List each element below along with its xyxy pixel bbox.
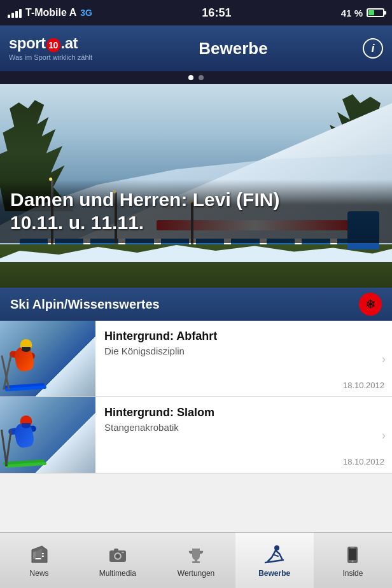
news-icon — [28, 543, 51, 566]
tab-wertungen[interactable]: Wertungen — [157, 533, 235, 588]
svg-rect-5 — [114, 549, 118, 552]
list-item-content-1: Hintergrund: Abfahrt Die Königsdisziplin… — [95, 321, 392, 396]
tab-wertungen-label: Wertungen — [178, 569, 214, 578]
snowflake-icon: ❄ — [359, 293, 382, 316]
tab-bewerbe-label: Bewerbe — [258, 569, 290, 578]
status-bar: T-Mobile A 3G 16:51 41 % — [0, 0, 392, 25]
status-right: 41 % — [341, 8, 384, 18]
tab-inside[interactable]: Inside — [314, 533, 392, 588]
skier-icon — [263, 543, 286, 566]
section-header: Ski Alpin/Wissenswertes ❄ — [0, 288, 392, 321]
svg-point-12 — [352, 560, 354, 562]
svg-rect-13 — [351, 547, 354, 549]
info-button[interactable]: i — [363, 38, 383, 59]
trophy-icon — [185, 543, 207, 566]
phone-icon — [341, 543, 364, 566]
list-item-content-2: Hintergrund: Slalom Stangenakrobatik 18.… — [95, 397, 392, 473]
content-list: Hintergrund: Abfahrt Die Königsdisziplin… — [0, 321, 392, 473]
logo-subtitle: Was im Sport wirklich zählt — [9, 53, 92, 61]
svg-rect-7 — [195, 559, 197, 561]
status-left: T-Mobile A 3G — [8, 7, 92, 18]
list-item-subtitle-1: Die Königsdisziplin — [104, 346, 383, 356]
network-label: 3G — [80, 8, 92, 18]
list-item-title-2: Hintergrund: Slalom — [104, 406, 383, 419]
dot-1[interactable] — [188, 75, 193, 80]
time-label: 16:51 — [202, 6, 231, 20]
carrier-label: T-Mobile A — [25, 7, 76, 18]
battery-percent: 41 % — [341, 8, 363, 18]
list-item[interactable]: Hintergrund: Abfahrt Die Königsdisziplin… — [0, 321, 392, 397]
list-item-2[interactable]: Hintergrund: Slalom Stangenakrobatik 18.… — [0, 397, 392, 473]
tab-news[interactable]: News — [0, 533, 78, 588]
section-title: Ski Alpin/Wissenswertes — [10, 297, 160, 312]
list-item-subtitle-2: Stangenakrobatik — [104, 422, 383, 433]
logo-text: sport10.at — [9, 36, 92, 52]
header: sport10.at Was im Sport wirklich zählt B… — [0, 25, 392, 71]
chevron-right-icon-2: › — [382, 428, 386, 442]
svg-rect-6 — [122, 552, 124, 553]
chevron-right-icon-1: › — [382, 352, 386, 365]
hero-title: Damen und Herren: Levi (FIN)10.11. u. 11… — [10, 188, 382, 234]
svg-point-4 — [116, 554, 120, 558]
tab-bar: News Multimedia Wertungen — [0, 532, 392, 588]
svg-rect-1 — [33, 556, 36, 559]
info-icon: i — [371, 42, 374, 55]
list-item-thumbnail-1 — [0, 321, 95, 396]
svg-rect-8 — [192, 561, 200, 563]
list-item-date-2: 18.10.2012 — [343, 457, 384, 466]
tab-multimedia[interactable]: Multimedia — [78, 533, 157, 588]
tab-bewerbe[interactable]: Bewerbe — [235, 533, 314, 588]
hero-image[interactable]: Damen und Herren: Levi (FIN)10.11. u. 11… — [0, 84, 392, 288]
svg-point-9 — [274, 545, 279, 550]
list-item-thumbnail-2 — [0, 397, 95, 473]
carousel-dots — [0, 71, 392, 84]
dot-2[interactable] — [199, 75, 204, 80]
svg-rect-11 — [349, 549, 356, 560]
logo: sport10.at Was im Sport wirklich zählt — [9, 36, 92, 61]
camera-icon — [106, 543, 129, 566]
list-item-title-1: Hintergrund: Abfahrt — [104, 330, 383, 343]
hero-caption: Damen und Herren: Levi (FIN)10.11. u. 11… — [0, 179, 392, 243]
logo-circle: 10 — [46, 38, 60, 52]
signal-icon — [8, 8, 22, 18]
page-title: Bewerbe — [102, 39, 364, 59]
battery-fill — [368, 10, 374, 15]
tab-multimedia-label: Multimedia — [99, 569, 136, 578]
battery-icon — [367, 8, 384, 17]
tab-news-label: News — [30, 569, 49, 578]
tab-inside-label: Inside — [342, 569, 363, 578]
list-item-date-1: 18.10.2012 — [343, 381, 384, 390]
